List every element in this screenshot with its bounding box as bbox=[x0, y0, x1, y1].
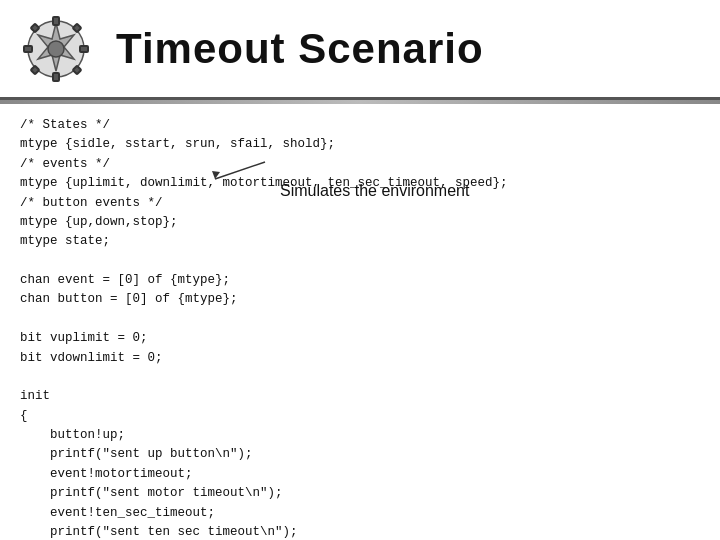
svg-rect-4 bbox=[53, 73, 59, 81]
annotation-text: Simulates the environment bbox=[280, 182, 469, 199]
code-block: /* States */ mtype {sidle, sstart, srun,… bbox=[20, 116, 700, 540]
svg-rect-3 bbox=[53, 17, 59, 25]
logo bbox=[16, 9, 96, 89]
header: Timeout Scenario bbox=[0, 0, 720, 100]
page-title: Timeout Scenario bbox=[116, 25, 484, 73]
svg-line-11 bbox=[215, 162, 265, 179]
svg-rect-6 bbox=[80, 46, 88, 52]
annotation-container: Simulates the environment bbox=[280, 182, 469, 200]
svg-rect-5 bbox=[24, 46, 32, 52]
annotation-arrow bbox=[210, 154, 270, 184]
svg-point-2 bbox=[48, 41, 64, 57]
logo-icon bbox=[16, 9, 96, 89]
content-area: /* States */ mtype {sidle, sstart, srun,… bbox=[0, 104, 720, 540]
